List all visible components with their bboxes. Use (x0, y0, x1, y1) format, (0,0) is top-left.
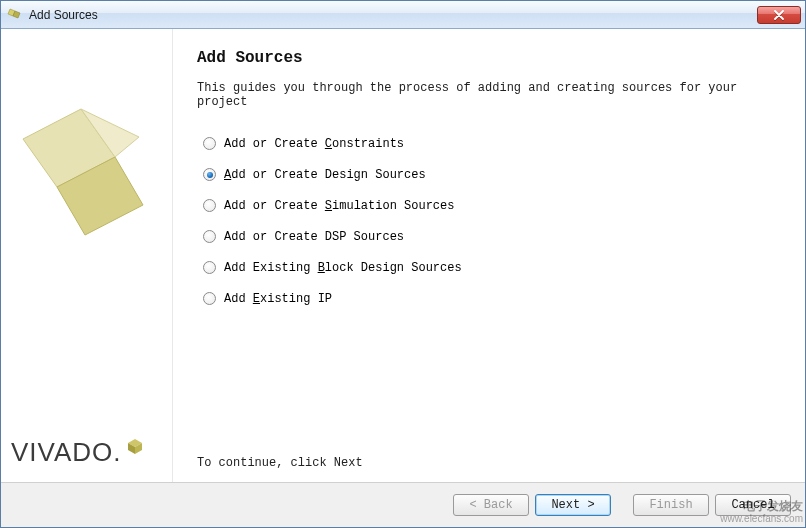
option-label: Add or Create Simulation Sources (224, 200, 454, 212)
cancel-button[interactable]: Cancel (715, 494, 791, 516)
side-art (1, 29, 172, 482)
back-button[interactable]: < Back (453, 494, 529, 516)
titlebar[interactable]: Add Sources (1, 1, 805, 29)
radio-icon[interactable] (203, 261, 216, 274)
main-panel: Add Sources This guides you through the … (173, 29, 805, 482)
radio-icon[interactable] (203, 168, 216, 181)
window-title: Add Sources (29, 8, 757, 22)
option-label: Add or Create Design Sources (224, 169, 426, 181)
options-group: Add or Create ConstraintsAdd or Create D… (197, 137, 781, 305)
option-label: Add Existing Block Design Sources (224, 262, 462, 274)
radio-icon[interactable] (203, 137, 216, 150)
option-label: Add or Create DSP Sources (224, 231, 404, 243)
option-label: Add Existing IP (224, 293, 332, 305)
page-heading: Add Sources (197, 49, 781, 67)
close-icon (774, 10, 784, 20)
option-row[interactable]: Add Existing IP (203, 292, 781, 305)
button-bar: < Back Next > Finish Cancel (1, 483, 805, 527)
radio-icon[interactable] (203, 230, 216, 243)
close-button[interactable] (757, 6, 801, 24)
dialog-window: Add Sources VIVADO. (0, 0, 806, 528)
option-row[interactable]: Add Existing Block Design Sources (203, 261, 781, 274)
radio-icon[interactable] (203, 292, 216, 305)
side-panel: VIVADO. (1, 29, 173, 482)
footer-hint: To continue, click Next (197, 444, 781, 470)
finish-button[interactable]: Finish (633, 494, 709, 516)
option-row[interactable]: Add or Create Constraints (203, 137, 781, 150)
option-label: Add or Create Constraints (224, 138, 404, 150)
next-button[interactable]: Next > (535, 494, 611, 516)
brand-text: VIVADO. (11, 437, 122, 468)
brand-logo: VIVADO. (11, 437, 144, 468)
brand-cube-icon (126, 431, 144, 462)
option-row[interactable]: Add or Create DSP Sources (203, 230, 781, 243)
page-description: This guides you through the process of a… (197, 81, 781, 109)
dialog-body: VIVADO. Add Sources This guides you thro… (1, 29, 805, 483)
option-row[interactable]: Add or Create Design Sources (203, 168, 781, 181)
option-row[interactable]: Add or Create Simulation Sources (203, 199, 781, 212)
app-icon (7, 7, 23, 23)
radio-icon[interactable] (203, 199, 216, 212)
